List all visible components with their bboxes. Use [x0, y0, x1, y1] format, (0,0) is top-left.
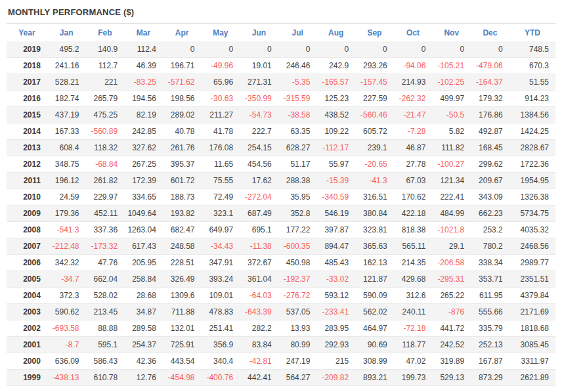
value-cell: 1309.6	[163, 288, 202, 304]
value-cell: 177.22	[278, 222, 317, 238]
value-cell: 168.45	[471, 140, 509, 156]
value-cell: 1424.25	[509, 123, 555, 140]
value-cell: 3311.97	[509, 353, 555, 370]
value-cell: 72.49	[201, 189, 240, 206]
value-cell: 2171.69	[509, 304, 555, 320]
value-cell: 227.59	[355, 91, 394, 107]
value-cell: 118.32	[86, 140, 125, 156]
value-cell: 65.96	[201, 74, 240, 91]
value-cell: 35.95	[278, 189, 317, 206]
year-cell: 2012	[7, 156, 47, 173]
value-cell: 19.01	[240, 58, 278, 74]
value-cell: 47.02	[394, 353, 433, 370]
value-cell: 443.54	[163, 353, 202, 370]
value-cell: 353.71	[471, 271, 509, 288]
value-cell: 695.1	[240, 222, 278, 238]
value-cell: 308.99	[355, 353, 394, 370]
value-cell: 299.62	[471, 156, 509, 173]
year-cell: 2016	[7, 91, 47, 107]
value-cell: 649.97	[201, 222, 240, 238]
value-cell: 914.23	[509, 91, 555, 107]
value-cell: 725.91	[163, 337, 202, 353]
value-cell: 0	[201, 41, 240, 58]
value-cell: -560.89	[86, 123, 125, 140]
year-cell: 1999	[7, 370, 47, 386]
value-cell: 605.72	[355, 123, 394, 140]
value-cell: 289.58	[124, 320, 163, 337]
value-cell: 2351.51	[509, 271, 555, 288]
value-cell: 67.03	[394, 173, 433, 189]
table-body: 2019495.2140.9112.4000000000748.52018241…	[7, 41, 555, 386]
value-cell: 229.97	[86, 189, 125, 206]
column-header-apr: Apr	[163, 24, 202, 42]
value-cell: -8.7	[47, 337, 86, 353]
value-cell: 438.52	[316, 107, 355, 123]
value-cell: -34.43	[201, 238, 240, 255]
value-cell: 499.97	[432, 91, 471, 107]
value-cell: 0	[471, 41, 509, 58]
column-header-feb: Feb	[86, 24, 125, 42]
value-cell: 247.19	[278, 353, 317, 370]
value-cell: 261.82	[86, 173, 125, 189]
value-cell: -50.5	[432, 107, 471, 123]
value-cell: -571.62	[163, 74, 202, 91]
value-cell: 422.18	[394, 206, 433, 222]
value-cell: 478.83	[201, 304, 240, 320]
value-cell: 41.78	[201, 123, 240, 140]
value-cell: -192.37	[278, 271, 317, 288]
value-cell: 198.56	[163, 91, 202, 107]
table-row-1999: 1999-438.13610.7812.76-454.98-400.76442.…	[7, 370, 555, 386]
value-cell: -105.21	[432, 58, 471, 74]
column-header-may: May	[201, 24, 240, 42]
value-cell: 112.7	[86, 58, 125, 74]
value-cell: -38.58	[278, 107, 317, 123]
value-cell: 176.08	[201, 140, 240, 156]
value-cell: -233.41	[316, 304, 355, 320]
column-header-jun: Jun	[240, 24, 278, 42]
value-cell: 528.02	[86, 288, 125, 304]
value-cell: 209.67	[471, 173, 509, 189]
column-header-year: Year	[7, 24, 47, 42]
value-cell: 5.82	[432, 123, 471, 140]
value-cell: -7.28	[394, 123, 433, 140]
table-row-2010: 201024.59229.97334.65188.7372.49-272.043…	[7, 189, 555, 206]
year-cell: 2017	[7, 74, 47, 91]
column-header-dec: Dec	[471, 24, 509, 42]
value-cell: 55.97	[316, 156, 355, 173]
value-cell: -272.04	[240, 189, 278, 206]
value-cell: 780.2	[471, 238, 509, 255]
value-cell: 495.2	[47, 41, 86, 58]
value-cell: 475.25	[86, 107, 125, 123]
value-cell: 28.68	[124, 288, 163, 304]
value-cell: 464.97	[355, 320, 394, 337]
value-cell: 258.84	[124, 271, 163, 288]
value-cell: 1326.38	[509, 189, 555, 206]
value-cell: 109.22	[316, 123, 355, 140]
value-cell: 586.43	[86, 353, 125, 370]
value-cell: 590.09	[355, 288, 394, 304]
value-cell: 252.13	[471, 337, 509, 353]
value-cell: 873.29	[471, 370, 509, 386]
value-cell: 1722.36	[509, 156, 555, 173]
value-cell: 361.04	[240, 271, 278, 288]
value-cell: 47.76	[86, 255, 125, 271]
value-cell: -206.58	[432, 255, 471, 271]
column-header-oct: Oct	[394, 24, 433, 42]
value-cell: 214.93	[394, 74, 433, 91]
table-row-2006: 2006342.3247.76205.95228.51347.91372.674…	[7, 255, 555, 271]
value-cell: 334.65	[124, 189, 163, 206]
value-cell: -72.18	[394, 320, 433, 337]
value-cell: 140.9	[86, 41, 125, 58]
value-cell: 112.4	[124, 41, 163, 58]
value-cell: -100.27	[432, 156, 471, 173]
value-cell: 343.09	[471, 189, 509, 206]
value-cell: 562.02	[355, 304, 394, 320]
table-row-2000: 2000636.09586.4342.36443.54340.4-42.8124…	[7, 353, 555, 370]
value-cell: 46.87	[394, 140, 433, 156]
value-cell: -20.65	[355, 156, 394, 173]
value-cell: -165.57	[316, 74, 355, 91]
value-cell: 565.11	[394, 238, 433, 255]
value-cell: 2621.89	[509, 370, 555, 386]
year-cell: 2010	[7, 189, 47, 206]
value-cell: 593.12	[316, 288, 355, 304]
